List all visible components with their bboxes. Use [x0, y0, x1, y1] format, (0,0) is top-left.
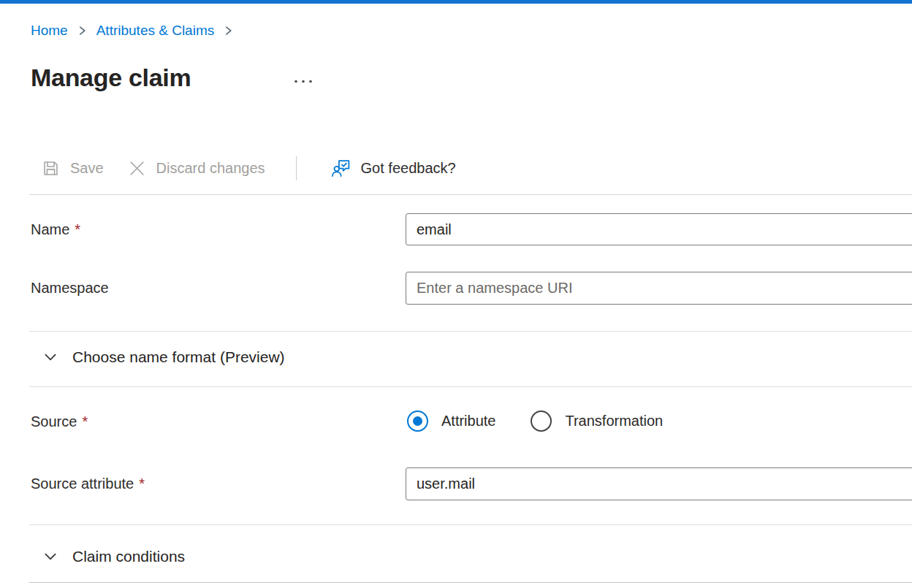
namespace-input[interactable] — [406, 272, 912, 305]
section-choose-name-format[interactable]: Choose name format (Preview) — [31, 341, 285, 373]
radio-transformation[interactable]: Transformation — [531, 411, 663, 432]
radio-button-icon — [407, 411, 428, 432]
section-divider — [29, 331, 912, 332]
blade-top-accent-bar — [0, 0, 912, 4]
save-button[interactable]: Save — [41, 159, 104, 178]
section-label: Claim conditions — [72, 548, 185, 565]
source-field-label: Source* — [31, 409, 88, 434]
breadcrumb: Home Attributes & Claims — [31, 20, 233, 41]
radio-transformation-label: Transformation — [565, 413, 663, 429]
breadcrumb-home[interactable]: Home — [31, 23, 68, 39]
save-label: Save — [70, 160, 104, 177]
command-bar: Save Discard changes Got feedback? — [41, 153, 456, 183]
context-menu-button[interactable] — [291, 72, 316, 91]
required-asterisk: * — [139, 476, 145, 492]
toolbar-divider — [296, 156, 297, 180]
ellipsis-icon — [293, 78, 314, 85]
page-title: Manage claim — [31, 61, 191, 93]
save-icon — [41, 159, 61, 178]
source-radio-group: Attribute Transformation — [407, 411, 663, 432]
required-asterisk: * — [75, 221, 80, 238]
section-divider — [29, 386, 912, 387]
radio-attribute-label: Attribute — [441, 413, 495, 429]
section-divider — [29, 524, 912, 525]
x-icon — [127, 159, 147, 178]
discard-changes-label: Discard changes — [156, 160, 265, 177]
section-divider — [29, 582, 912, 583]
source-attribute-input[interactable] — [406, 467, 912, 500]
got-feedback-label: Got feedback? — [361, 160, 456, 177]
radio-button-icon — [531, 411, 552, 432]
manage-claim-page: Home Attributes & Claims Manage claim Sa… — [0, 0, 912, 588]
toolbar-bottom-divider — [29, 194, 912, 195]
chevron-down-icon — [42, 349, 58, 365]
breadcrumb-attributes-claims[interactable]: Attributes & Claims — [96, 23, 215, 39]
required-asterisk: * — [82, 413, 88, 430]
namespace-field-label: Namespace — [31, 272, 109, 305]
got-feedback-button[interactable]: Got feedback? — [330, 158, 456, 179]
chevron-down-icon — [42, 549, 58, 565]
discard-changes-button[interactable]: Discard changes — [127, 159, 265, 178]
source-attribute-field-label: Source attribute* — [31, 467, 145, 500]
chevron-right-icon — [77, 24, 87, 37]
radio-attribute[interactable]: Attribute — [407, 411, 495, 432]
feedback-icon — [330, 158, 352, 179]
chevron-right-icon — [224, 24, 233, 37]
section-claim-conditions[interactable]: Claim conditions — [31, 541, 185, 573]
name-input[interactable] — [406, 213, 912, 245]
section-label: Choose name format (Preview) — [72, 348, 285, 366]
name-field-label: Name* — [31, 213, 80, 245]
